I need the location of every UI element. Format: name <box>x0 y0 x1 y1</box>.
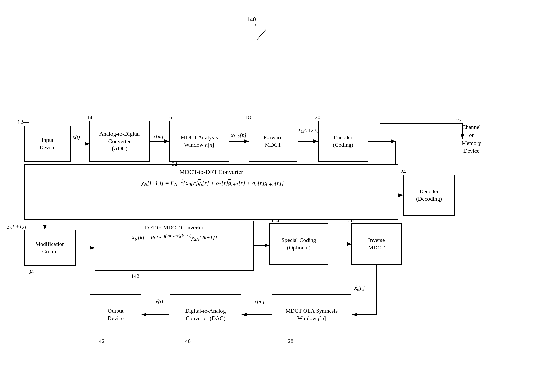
ref-34: 34 <box>28 268 34 275</box>
signal-xt: x(t) <box>73 134 80 140</box>
ref-142: 142 <box>131 273 139 279</box>
xi-n-label: x̃i[n] <box>354 285 365 292</box>
xt-tilde-label: x̃(t) <box>155 298 163 305</box>
ref-140: 140 <box>247 16 256 23</box>
ref-52: 52 <box>172 161 177 167</box>
decoder-label: Decoder(Decoding) <box>416 188 442 202</box>
ref-16: 16— <box>166 114 178 121</box>
ref-20: 20— <box>315 114 326 121</box>
ref-42: 42 <box>99 338 105 344</box>
ref-12: 12— <box>17 119 29 125</box>
diagram-container: 140 ↙ InputDevice 12— Analog-to-DigitalC… <box>0 0 549 392</box>
mdct-to-dft-box: MDCT-to-DFT Converter χN[i+1,l] = FN−1{σ… <box>24 164 398 220</box>
mdct-to-dft-formula: χN[i+1,l] = FN−1{σ0[r]gi[r] + σ1[r]gi+1[… <box>30 178 393 188</box>
mdct-analysis-block: MDCT AnalysisWindow h[n] <box>169 121 229 162</box>
encoder-label: Encoder(Coding) <box>333 134 353 148</box>
signal-xm-i2k: XM[i+2,k] <box>298 128 319 134</box>
modification-circuit-block: ModificationCircuit <box>24 230 76 266</box>
output-device-block: OutputDevice <box>90 294 141 335</box>
mdct-ola-block: MDCT OLA SynthesisWindow f[n] <box>272 294 351 335</box>
xm-tilde-label: x̃[m] <box>254 298 264 305</box>
ref-114: 114— <box>271 217 285 224</box>
ref-26: 26— <box>348 217 359 224</box>
ref-18: 18— <box>245 114 257 121</box>
ref-24: 24— <box>400 168 412 175</box>
ref-28: 28 <box>288 338 293 344</box>
input-device-label: InputDevice <box>40 136 55 151</box>
ref-40: 40 <box>185 338 191 344</box>
ref-22: 22 <box>456 117 462 124</box>
signal-xm: x[m] <box>153 134 163 139</box>
inverse-mdct-label: InverseMDCT <box>368 237 385 251</box>
input-device-block: InputDevice <box>24 126 71 162</box>
svg-line-2 <box>257 30 266 40</box>
dft-to-mdct-formula: XN[k] = Re{e−j(2πΩ/N)(k+½)χ2N[2k+1]} <box>100 233 249 242</box>
adc-label: Analog-to-DigitalConverter(ADC) <box>99 130 140 152</box>
mdct-analysis-label: MDCT AnalysisWindow h[n] <box>181 134 218 148</box>
mdct-ola-label: MDCT OLA SynthesisWindow f[n] <box>286 307 338 322</box>
signal-xl2n: xl+2[n] <box>231 132 246 139</box>
special-coding-block: Special Coding(Optional) <box>269 223 328 265</box>
modification-circuit-label: ModificationCircuit <box>35 240 65 255</box>
dac-label: Digital-to-AnalogConverter (DAC) <box>185 307 226 322</box>
output-device-label: OutputDevice <box>108 307 124 322</box>
dft-to-mdct-block: DFT-to-MDCT Converter XN[k] = Re{e−j(2πΩ… <box>95 221 254 271</box>
ref-14: 14— <box>87 114 98 121</box>
dac-block: Digital-to-AnalogConverter (DAC) <box>170 294 241 335</box>
dft-to-mdct-title: DFT-to-MDCT Converter <box>100 224 249 231</box>
forward-mdct-label: ForwardMDCT <box>264 134 283 148</box>
decoder-block: Decoder(Decoding) <box>403 175 455 216</box>
encoder-block: Encoder(Coding) <box>318 121 368 162</box>
mdct-to-dft-title: MDCT-to-DFT Converter <box>30 168 393 176</box>
chi-n-label: χN[i+1,l] <box>7 223 26 231</box>
channel-memory-label: ChannelorMemoryDevice <box>451 123 492 155</box>
forward-mdct-block: ForwardMDCT <box>249 121 297 162</box>
adc-block: Analog-to-DigitalConverter(ADC) <box>89 121 150 162</box>
special-coding-label: Special Coding(Optional) <box>281 237 316 251</box>
inverse-mdct-block: InverseMDCT <box>351 223 402 265</box>
